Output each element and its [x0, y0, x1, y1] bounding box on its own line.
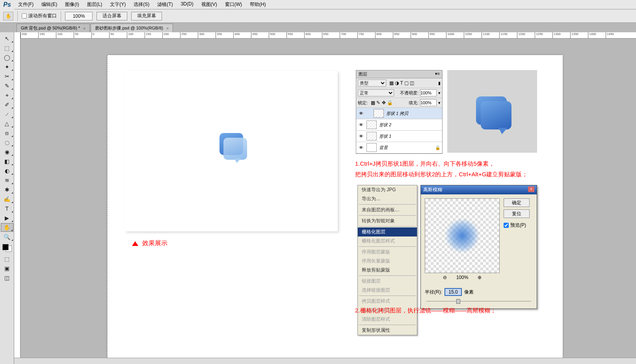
layer-row[interactable]: 👁背景🔒 — [356, 142, 442, 153]
tool-button[interactable]: ◧ — [1, 157, 13, 166]
ruler-tick: 100 — [127, 32, 145, 38]
mode-button[interactable]: ▣ — [1, 264, 13, 273]
tool-button[interactable]: ⟋ — [1, 110, 13, 118]
context-menu-item[interactable]: 来自图层的画板… — [358, 205, 417, 214]
context-menu-item: 拷贝图层样式 — [358, 297, 417, 306]
document-tab[interactable]: 磨砂图标步骤.psd @ 100%(RGB/8) × — [91, 24, 173, 32]
close-icon[interactable]: × — [83, 26, 86, 31]
tool-button[interactable]: ✱ — [1, 185, 13, 194]
filter-icons[interactable]: ▦ ◑ T ▢ ◫ — [388, 80, 416, 86]
tool-button[interactable]: ✎ — [1, 81, 13, 90]
tool-button[interactable]: ✋ — [1, 223, 13, 232]
menu-item[interactable]: 窗口(W) — [221, 0, 246, 9]
reset-button[interactable]: 复位 — [504, 209, 530, 218]
ruler-tick: 1100 — [482, 32, 499, 38]
close-icon[interactable]: × — [528, 187, 534, 192]
preview-label: 预览(P) — [510, 222, 526, 229]
tool-button[interactable]: 🔍 — [1, 233, 13, 241]
blur-preview[interactable] — [425, 198, 500, 273]
chevron-down-icon[interactable]: ▾ — [438, 91, 441, 96]
hand-tool-icon[interactable]: ✋ — [3, 12, 13, 20]
filter-toggle-icon[interactable]: ▮ — [438, 81, 441, 86]
menu-item[interactable]: 文字(Y) — [106, 0, 130, 9]
tool-button[interactable]: ✐ — [1, 100, 13, 109]
scroll-all-checkbox[interactable]: 滚动所有窗口 — [22, 13, 57, 19]
tool-button[interactable]: ◯ — [1, 53, 13, 62]
lock-icons[interactable]: ▦ ✎ ✥ 🔒 — [369, 100, 394, 105]
layer-filter-select[interactable]: 类型 — [358, 79, 386, 87]
panel-menu-icon[interactable]: ▾≡ — [435, 71, 440, 77]
zoom-field[interactable] — [65, 12, 93, 20]
preview-checkbox[interactable]: 预览(P) — [504, 222, 530, 229]
tool-button[interactable]: ⌖ — [1, 91, 13, 100]
tool-button[interactable]: ⬚ — [1, 44, 13, 52]
fit-screen-button[interactable]: 适合屏幕 — [97, 12, 127, 20]
close-icon[interactable]: × — [166, 26, 169, 31]
ruler-tick: 1350 — [570, 32, 588, 38]
layer-row[interactable]: 👁形状 2 — [356, 119, 442, 131]
tool-button[interactable]: ✦ — [1, 63, 13, 71]
tool-button[interactable]: ✍ — [1, 195, 13, 203]
fill-field[interactable] — [420, 99, 437, 106]
ok-button[interactable]: 确定 — [504, 198, 530, 207]
context-menu-item[interactable]: 导出为… — [358, 194, 417, 203]
fill-screen-button[interactable]: 填充屏幕 — [131, 12, 162, 20]
menu-item[interactable]: 选择(S) — [130, 0, 153, 9]
tool-button[interactable]: ↖ — [1, 34, 13, 43]
opacity-field[interactable] — [420, 89, 437, 96]
menu-item[interactable]: 图层(L) — [83, 0, 106, 9]
tool-button[interactable]: △ — [1, 119, 13, 128]
tool-button[interactable]: ⧈ — [1, 129, 13, 137]
dialog-title-bar[interactable]: 高斯模糊 × — [421, 185, 537, 194]
menu-item[interactable]: 文件(F) — [14, 0, 37, 9]
scrollbar-horizontal[interactable] — [14, 358, 636, 364]
layer-row[interactable]: 👁形状 1 — [356, 131, 442, 142]
visibility-icon[interactable]: 👁 — [358, 122, 364, 127]
context-menu-item[interactable]: 复制形状属性 — [358, 326, 417, 335]
tool-button[interactable]: ◌ — [1, 138, 13, 147]
tool-button[interactable]: T — [1, 204, 13, 213]
ruler-tick: 1150 — [499, 32, 517, 38]
zoom-in-icon[interactable]: ⊕ — [478, 275, 482, 280]
document-tabs: Gift 背包.psd @ 50%(RGB/8) * × 磨砂图标步骤.psd … — [0, 23, 636, 32]
radius-input[interactable] — [444, 288, 462, 296]
layer-name: 形状 1 拷贝 — [386, 111, 408, 116]
visibility-icon[interactable]: 👁 — [358, 134, 364, 139]
blend-mode-select[interactable]: 正常 — [358, 89, 394, 96]
tool-button[interactable]: ✂ — [1, 72, 13, 81]
menu-item[interactable]: 帮助(H) — [246, 0, 270, 9]
slider-thumb[interactable] — [456, 299, 460, 304]
tool-button[interactable]: ◉ — [1, 148, 13, 156]
ruler-tick: 350 — [216, 32, 233, 38]
visibility-icon[interactable]: 👁 — [358, 111, 364, 116]
mode-button[interactable]: ⬚ — [1, 255, 13, 263]
visibility-icon[interactable]: 👁 — [358, 145, 364, 150]
menu-item[interactable]: 3D(D) — [177, 0, 197, 9]
tool-button[interactable]: ▶ — [1, 214, 13, 222]
menu-item[interactable]: 视图(V) — [197, 0, 221, 9]
canvas-area[interactable]: 2001501005005010015020025030035040045050… — [14, 32, 636, 364]
chevron-down-icon[interactable]: ▾ — [438, 100, 441, 105]
menu-item[interactable]: 滤镜(T) — [153, 0, 177, 9]
ruler-vertical — [14, 32, 20, 364]
menu-item[interactable]: 编辑(E) — [37, 0, 61, 9]
ruler-tick: 850 — [393, 32, 411, 38]
document-tab[interactable]: Gift 背包.psd @ 50%(RGB/8) * × — [17, 24, 90, 32]
mode-button[interactable]: ◫ — [1, 273, 13, 282]
document-canvas[interactable]: 效果展示 图层 ▾≡ 类型 ▦ ◑ T ▢ ◫ ▮ 正常 不透明度: ▾ — [107, 55, 563, 362]
context-menu-item[interactable]: 栅格化图层 — [358, 227, 417, 237]
chat-icon-solid — [476, 96, 508, 126]
tool-button[interactable]: ◐ — [1, 166, 13, 175]
context-menu-item[interactable]: 快速导出为 JPG — [358, 185, 417, 194]
layer-name: 形状 1 — [379, 133, 391, 139]
panel-title: 图层 — [359, 71, 367, 77]
zoom-out-icon[interactable]: ⊖ — [443, 275, 447, 280]
context-menu-item[interactable]: 转换为智能对象 — [358, 216, 417, 225]
tool-button[interactable]: ≋ — [1, 176, 13, 185]
radius-slider[interactable] — [426, 298, 531, 305]
layer-row[interactable]: 👁形状 1 拷贝 — [356, 108, 442, 119]
menu-item[interactable]: 图像(I) — [61, 0, 83, 9]
color-swatches[interactable] — [2, 243, 13, 253]
context-menu-item[interactable]: 释放剪贴蒙版 — [358, 266, 417, 275]
ruler-tick: 1450 — [606, 32, 623, 38]
